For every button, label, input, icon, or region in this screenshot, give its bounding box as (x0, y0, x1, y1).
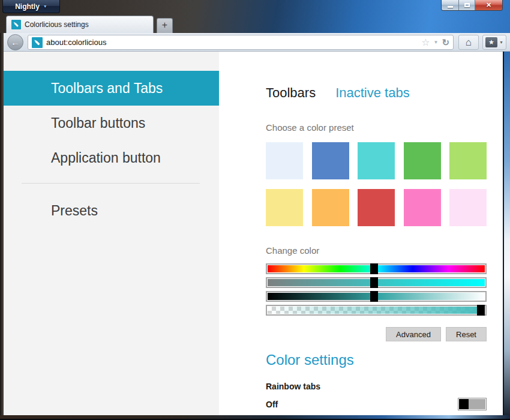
close-icon: ✕ (486, 1, 491, 9)
preset-section-label: Choose a color preset (266, 122, 487, 133)
lightness-slider-handle[interactable] (370, 291, 378, 302)
color-preset-swatch[interactable] (312, 189, 349, 226)
bookmarks-caret-icon: ▼ (499, 40, 503, 44)
maximize-icon (464, 3, 470, 7)
sidebar-item-application-button[interactable]: Application button (4, 140, 219, 175)
color-preset-swatch[interactable] (312, 142, 349, 179)
advanced-button[interactable]: Advanced (386, 327, 441, 341)
home-button[interactable]: ⌂ (458, 35, 479, 50)
sidebar-item-presets[interactable]: Presets (4, 193, 219, 228)
bookmarks-menu-button[interactable]: ★ ▼ (482, 35, 506, 50)
hue-slider-handle[interactable] (370, 263, 378, 274)
color-preset-swatch[interactable] (404, 189, 441, 226)
saturation-slider-handle[interactable] (370, 277, 378, 288)
window-controls: ✕ (441, 0, 503, 11)
lightness-slider[interactable] (266, 291, 487, 302)
tab-title: Colorlicious settings (25, 20, 89, 29)
sidebar-item-toolbar-buttons[interactable]: Toolbar buttons (4, 106, 219, 140)
change-color-label: Change color (266, 245, 487, 256)
toggle-handle[interactable] (459, 399, 469, 409)
url-input[interactable] (46, 38, 418, 47)
back-button[interactable]: ← (7, 34, 23, 50)
close-button[interactable]: ✕ (475, 0, 502, 10)
color-preset-swatch[interactable] (449, 189, 487, 226)
slider-actions: Advanced Reset (266, 327, 487, 341)
bookmarks-star-icon: ★ (485, 37, 497, 47)
navigation-toolbar: ← ☆ ▼ ↻ ⌂ ★ ▼ (0, 33, 510, 52)
window-border-left (0, 33, 4, 415)
settings-main: Toolbars Inactive tabs Choose a color pr… (219, 52, 503, 415)
urlbar-dropdown-icon[interactable]: ▼ (434, 40, 439, 45)
alpha-slider-gradient (268, 307, 485, 314)
window-border-right (503, 52, 510, 415)
sidebar-item-toolbars-and-tabs[interactable]: Toolbars and Tabs (4, 71, 219, 106)
tab-inactive-tabs[interactable]: Inactive tabs (335, 85, 410, 101)
alpha-slider[interactable] (266, 305, 487, 316)
home-icon: ⌂ (466, 37, 472, 48)
color-preset-swatch[interactable] (358, 189, 395, 226)
rainbow-tabs-value: Off (266, 400, 278, 409)
color-preset-swatch[interactable] (266, 142, 303, 179)
reset-button[interactable]: Reset (446, 327, 487, 341)
saturation-slider[interactable] (266, 277, 487, 288)
minimize-button[interactable] (442, 0, 459, 10)
bookmark-star-icon[interactable]: ☆ (421, 37, 430, 48)
maximize-button[interactable] (459, 0, 475, 10)
app-menu-label: Nightly (15, 2, 40, 11)
hue-slider[interactable] (266, 263, 487, 274)
color-preset-swatch[interactable] (449, 142, 487, 179)
window-border-bottom (0, 415, 510, 420)
title-bar: Nightly ▼ ✕ Colorlicious settings + (0, 0, 510, 33)
rainbow-tabs-toggle[interactable] (458, 398, 487, 410)
new-tab-button[interactable]: + (157, 18, 173, 33)
settings-sidebar: Toolbars and TabsToolbar buttonsApplicat… (4, 52, 219, 415)
tab-toolbars[interactable]: Toolbars (266, 85, 316, 101)
url-bar[interactable]: ☆ ▼ ↻ (28, 35, 454, 50)
minimize-icon (448, 6, 453, 8)
color-preset-swatch[interactable] (358, 142, 395, 179)
chevron-down-icon: ▼ (43, 4, 47, 8)
alpha-slider-handle[interactable] (477, 305, 485, 316)
color-sliders (266, 263, 487, 316)
color-preset-grid (266, 142, 487, 226)
color-preset-swatch[interactable] (404, 142, 441, 179)
colorlicious-favicon-icon (32, 37, 43, 48)
color-preset-swatch[interactable] (266, 189, 303, 226)
rainbow-tabs-label: Rainbow tabs (266, 382, 487, 391)
back-icon: ← (11, 37, 20, 47)
settings-page: Toolbars and TabsToolbar buttonsApplicat… (4, 52, 503, 415)
section-tabs: Toolbars Inactive tabs (266, 85, 487, 101)
colorlicious-favicon-icon (11, 20, 21, 29)
sidebar-divider (22, 183, 200, 184)
browser-window: Nightly ▼ ✕ Colorlicious settings + ← (0, 0, 510, 420)
reload-icon[interactable]: ↻ (442, 37, 449, 48)
app-menu-button[interactable]: Nightly ▼ (2, 0, 60, 13)
browser-tab[interactable]: Colorlicious settings (6, 16, 154, 33)
color-settings-heading: Color settings (266, 352, 487, 368)
